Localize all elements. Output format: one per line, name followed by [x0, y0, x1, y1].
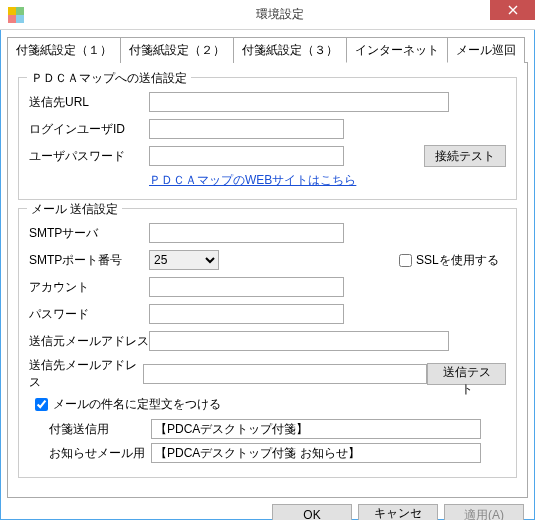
- tab-mail-patrol[interactable]: メール巡回: [447, 37, 525, 63]
- window-body: 付箋紙設定（１） 付箋紙設定（２） 付箋紙設定（３） インターネット メール巡回…: [0, 30, 535, 520]
- label-smtp-server: SMTPサーバ: [29, 225, 149, 242]
- group-pdca-legend: ＰＤＣＡマップへの送信設定: [27, 70, 191, 87]
- tab-strip: 付箋紙設定（１） 付箋紙設定（２） 付箋紙設定（３） インターネット メール巡回: [7, 37, 528, 63]
- label-smtp-port: SMTPポート番号: [29, 252, 149, 269]
- input-dest-url[interactable]: [149, 92, 449, 112]
- apply-button[interactable]: 適用(A): [444, 504, 524, 520]
- label-login-user: ログインユーザID: [29, 121, 149, 138]
- input-user-password[interactable]: [149, 146, 344, 166]
- group-mail-send: メール 送信設定 SMTPサーバ SMTPポート番号 25 SSLを使用する ア…: [18, 208, 517, 478]
- tab-panel-internet: ＰＤＣＡマップへの送信設定 送信先URL ログインユーザID ユーザパスワード …: [7, 62, 528, 498]
- tab-fusen-2[interactable]: 付箋紙設定（２）: [120, 37, 234, 63]
- label-to-address: 送信先メールアドレス: [29, 357, 143, 391]
- label-dest-url: 送信先URL: [29, 94, 149, 111]
- input-login-user[interactable]: [149, 119, 344, 139]
- label-mail-password: パスワード: [29, 306, 149, 323]
- connection-test-button[interactable]: 接続テスト: [424, 145, 506, 167]
- label-prefix-notice: お知らせメール用: [49, 445, 151, 462]
- input-account[interactable]: [149, 277, 344, 297]
- titlebar: 環境設定: [0, 0, 535, 30]
- input-smtp-server[interactable]: [149, 223, 344, 243]
- tab-fusen-3[interactable]: 付箋紙設定（３）: [233, 37, 347, 63]
- window-title: 環境設定: [24, 6, 535, 23]
- app-icon: [8, 7, 24, 23]
- input-from-address[interactable]: [149, 331, 449, 351]
- label-prefix-fusen: 付箋送信用: [49, 421, 151, 438]
- input-prefix-fusen[interactable]: [151, 419, 481, 439]
- cancel-button[interactable]: キャンセル: [358, 504, 438, 520]
- close-icon: [508, 5, 518, 15]
- label-account: アカウント: [29, 279, 149, 296]
- pdca-website-link[interactable]: ＰＤＣＡマップのWEBサイトはこちら: [149, 173, 356, 187]
- label-subject-prefix: メールの件名に定型文をつける: [53, 396, 221, 413]
- checkbox-ssl[interactable]: [399, 254, 412, 267]
- dialog-button-row: OK キャンセル 適用(A): [7, 504, 528, 520]
- label-from-address: 送信元メールアドレス: [29, 333, 149, 350]
- group-pdca-send: ＰＤＣＡマップへの送信設定 送信先URL ログインユーザID ユーザパスワード …: [18, 77, 517, 200]
- tab-fusen-1[interactable]: 付箋紙設定（１）: [7, 37, 121, 63]
- select-smtp-port[interactable]: 25: [149, 250, 219, 270]
- input-to-address[interactable]: [143, 364, 428, 384]
- label-user-password: ユーザパスワード: [29, 148, 149, 165]
- ok-button[interactable]: OK: [272, 504, 352, 520]
- input-prefix-notice[interactable]: [151, 443, 481, 463]
- input-mail-password[interactable]: [149, 304, 344, 324]
- close-button[interactable]: [490, 0, 535, 20]
- checkbox-subject-prefix[interactable]: [35, 398, 48, 411]
- send-test-button[interactable]: 送信テスト: [427, 363, 506, 385]
- tab-internet[interactable]: インターネット: [346, 37, 448, 63]
- group-mail-legend: メール 送信設定: [27, 201, 122, 218]
- label-ssl: SSLを使用する: [416, 252, 499, 269]
